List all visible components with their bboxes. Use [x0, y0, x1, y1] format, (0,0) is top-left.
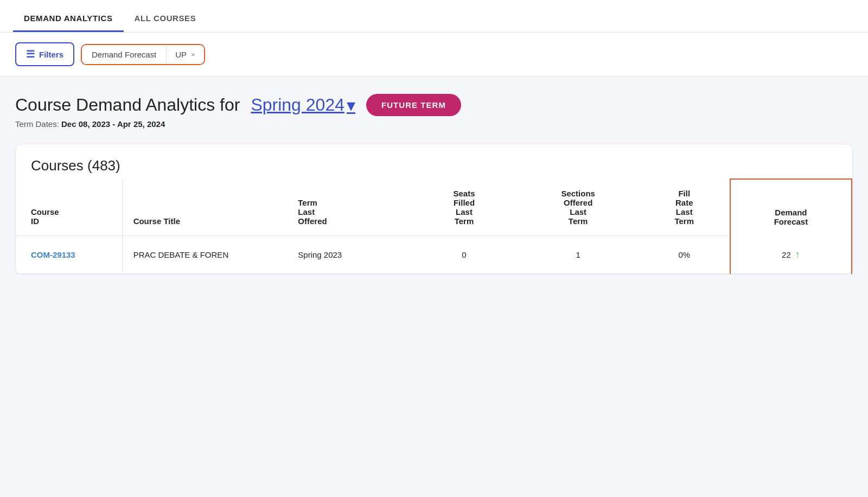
filter-chip-label: Demand Forecast — [82, 45, 167, 64]
filter-bar: ☰ Filters Demand Forecast UP × — [0, 33, 868, 77]
forecast-number: 22 — [782, 250, 791, 259]
table-row: COM-29133 PRAC DEBATE & FOREN Spring 202… — [16, 236, 852, 274]
courses-table-title: Courses (483) — [16, 144, 852, 179]
trend-up-icon: ↑ — [795, 249, 800, 260]
top-nav: DEMAND ANALYTICS ALL COURSES — [0, 0, 868, 33]
courses-table: Course ID Course Title Term Last Offered — [16, 179, 852, 274]
col-header-fill-rate: Fill Rate Last Term — [639, 179, 730, 236]
cell-sections-offered: 1 — [518, 236, 639, 274]
col-header-sections-offered: Sections Offered Last Term — [518, 179, 639, 236]
term-selector[interactable]: Spring 2024 ▾ — [251, 95, 355, 116]
cell-fill-rate: 0% — [639, 236, 730, 274]
tab-all-courses[interactable]: ALL COURSES — [124, 14, 207, 32]
tab-demand-analytics[interactable]: DEMAND ANALYTICS — [13, 14, 124, 32]
filter-chip-close-icon[interactable]: × — [191, 50, 195, 59]
cell-demand-forecast: 22 ↑ — [730, 236, 852, 274]
filter-chip: Demand Forecast UP × — [81, 44, 205, 65]
col-header-term-last-offered: Term Last Offered — [289, 179, 411, 236]
term-selector-value: Spring 2024 — [251, 95, 344, 115]
filters-button[interactable]: ☰ Filters — [15, 42, 74, 66]
term-dates-label: Term Dates: — [15, 119, 59, 129]
col-header-demand-forecast: Demand Forecast — [730, 179, 852, 236]
filter-chip-value[interactable]: UP × — [167, 45, 203, 64]
page-content: Course Demand Analytics for Spring 2024 … — [0, 77, 868, 275]
term-dates-value: Dec 08, 2023 - Apr 25, 2024 — [61, 119, 165, 129]
filter-chip-value-text: UP — [175, 50, 187, 59]
courses-table-card: Courses (483) Course ID Course Title — [15, 144, 853, 275]
col-header-course-title: Course Title — [122, 179, 289, 236]
col-header-course-id: Course ID — [16, 179, 122, 236]
filter-icon: ☰ — [26, 48, 35, 60]
cell-course-id[interactable]: COM-29133 — [16, 236, 122, 274]
cell-course-title: PRAC DEBATE & FOREN — [122, 236, 289, 274]
col-header-seats-filled: Seats Filled Last Term — [411, 179, 517, 236]
page-heading: Course Demand Analytics for Spring 2024 … — [15, 94, 853, 116]
forecast-value: 22 ↑ — [739, 249, 843, 260]
filters-label: Filters — [39, 50, 63, 59]
cell-seats-filled: 0 — [411, 236, 517, 274]
term-dates: Term Dates: Dec 08, 2023 - Apr 25, 2024 — [15, 119, 853, 129]
chevron-down-icon: ▾ — [347, 95, 355, 116]
page-heading-prefix: Course Demand Analytics for — [15, 95, 240, 115]
future-term-badge: FUTURE TERM — [366, 94, 461, 116]
cell-term-last-offered: Spring 2023 — [289, 236, 411, 274]
